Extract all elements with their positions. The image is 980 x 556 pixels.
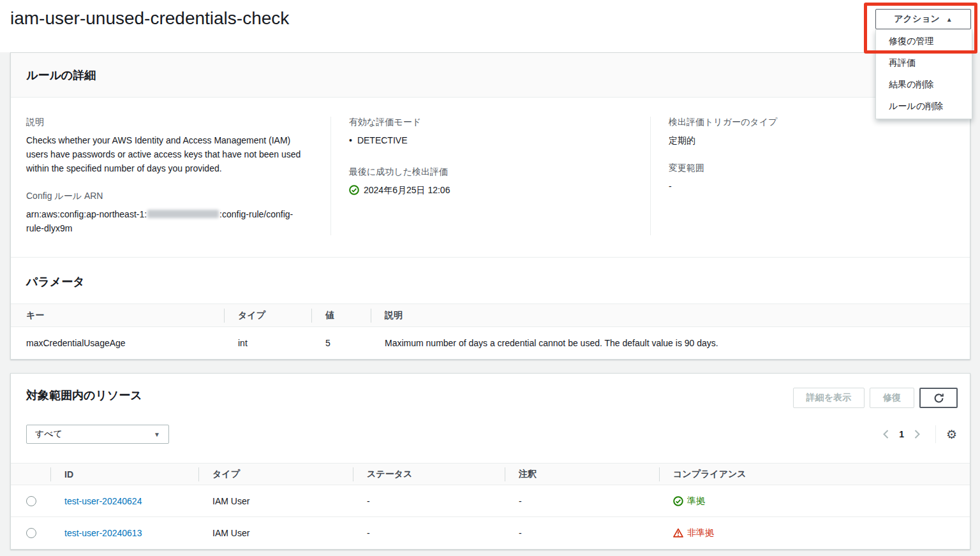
- caret-up-icon: ▲: [946, 16, 953, 23]
- pagination: 1 ⚙: [879, 425, 957, 443]
- next-page-button[interactable]: [910, 427, 924, 441]
- current-page-number[interactable]: 1: [899, 429, 904, 439]
- check-circle-icon: [349, 185, 359, 195]
- refresh-icon: [933, 393, 944, 404]
- filter-selected-value: すべて: [35, 428, 63, 440]
- actions-dropdown-menu: 修復の管理 再評価 結果の削除 ルールの削除: [875, 29, 972, 119]
- trigger-type-value: 定期的: [669, 133, 947, 147]
- actions-dropdown-button[interactable]: アクション ▲: [875, 9, 971, 29]
- parameters-section: パラメータ キー タイプ 値 説明 maxCredentialUsageAge …: [11, 257, 970, 359]
- resources-toolbar: すべて ▼ 1 ⚙: [11, 408, 970, 444]
- table-row: test-user-20240613 IAM User - - 非準拠: [11, 517, 970, 549]
- param-type: int: [224, 327, 311, 359]
- resource-status: -: [353, 517, 505, 549]
- resources-panel: 対象範囲内のリソース 詳細を表示 修復 すべて ▼ 1 ⚙: [10, 373, 970, 550]
- change-scope-label: 変更範囲: [669, 163, 947, 174]
- redacted-account-id: [147, 210, 219, 218]
- change-scope-value: -: [669, 179, 947, 193]
- parameters-title: パラメータ: [26, 274, 970, 289]
- menu-item-delete-results[interactable]: 結果の削除: [876, 74, 972, 96]
- res-header-annotation: 注釈: [505, 464, 659, 485]
- param-key: maxCredentialUsageAge: [11, 327, 224, 359]
- parameter-row: maxCredentialUsageAge int 5 Maximum numb…: [11, 327, 970, 359]
- resource-status: -: [353, 485, 505, 517]
- res-header-id: ID: [50, 464, 198, 485]
- compliance-status-badge: 準拠: [673, 495, 970, 507]
- refresh-button[interactable]: [919, 388, 958, 408]
- resource-id-link[interactable]: test-user-20240624: [64, 496, 142, 506]
- res-header-compliance: コンプライアンス: [659, 464, 970, 485]
- select-column-header: [11, 464, 50, 485]
- description-label: 説明: [26, 117, 308, 128]
- resources-header-row: ID タイプ ステータス 注釈 コンプライアンス: [11, 464, 970, 485]
- parameters-table: キー タイプ 値 説明 maxCredentialUsageAge int 5 …: [11, 304, 970, 359]
- pagination-divider: [935, 425, 936, 443]
- compliance-status-badge: 非準拠: [673, 527, 970, 539]
- rule-details-title: ルールの詳細: [26, 68, 96, 83]
- param-header-type: タイプ: [224, 304, 311, 327]
- caret-down-icon: ▼: [154, 431, 160, 438]
- settings-gear-icon[interactable]: ⚙: [946, 428, 957, 441]
- rule-details-header: ルールの詳細: [11, 53, 970, 98]
- menu-item-manage-remediation[interactable]: 修復の管理: [876, 31, 972, 52]
- resource-type: IAM User: [198, 485, 353, 517]
- row-select-radio[interactable]: [26, 496, 36, 506]
- rule-details-col-3: 検出評価トリガーのタイプ 定期的 変更範囲 -: [650, 117, 970, 235]
- resources-actions: 詳細を表示 修復: [793, 388, 958, 408]
- check-circle-icon: [673, 496, 683, 506]
- arn-value: arn:aws:config:ap-northeast-1::config-ru…: [26, 207, 304, 235]
- compliance-filter-dropdown[interactable]: すべて ▼: [26, 425, 169, 444]
- param-header-description: 説明: [371, 304, 970, 327]
- menu-item-delete-rule[interactable]: ルールの削除: [876, 96, 972, 117]
- rule-details-col-1: 説明 Checks whether your AWS Identity and …: [11, 117, 330, 235]
- param-header-value: 値: [311, 304, 371, 327]
- page-title: iam-user-unused-credentials-check: [10, 8, 289, 29]
- resources-title: 対象範囲内のリソース: [26, 388, 142, 403]
- param-value: 5: [311, 327, 371, 359]
- show-details-button[interactable]: 詳細を表示: [793, 388, 865, 408]
- last-eval-value: 2024年6月25日 12:06: [349, 183, 627, 197]
- last-eval-label: 最後に成功した検出評価: [349, 166, 627, 178]
- rule-details-panel: ルールの詳細 説明 Checks whether your AWS Identi…: [10, 52, 970, 360]
- eval-mode-label: 有効な評価モード: [349, 117, 627, 128]
- res-header-type: タイプ: [198, 464, 353, 485]
- menu-item-reevaluate[interactable]: 再評価: [876, 52, 972, 74]
- resource-annotation: -: [505, 517, 659, 549]
- resource-annotation: -: [505, 485, 659, 517]
- resource-type: IAM User: [198, 517, 353, 549]
- arn-prefix: arn:aws:config:ap-northeast-1:: [26, 209, 147, 219]
- table-row: test-user-20240624 IAM User - - 準拠: [11, 485, 970, 517]
- param-description: Maximum number of days a credential cann…: [371, 327, 970, 359]
- parameters-header-row: キー タイプ 値 説明: [11, 304, 970, 327]
- bullet-icon: •: [349, 135, 352, 145]
- resources-header: 対象範囲内のリソース 詳細を表示 修復: [11, 374, 970, 408]
- row-select-radio[interactable]: [26, 528, 36, 538]
- eval-mode-value: •DETECTIVE: [349, 133, 627, 147]
- resource-id-link[interactable]: test-user-20240613: [64, 528, 142, 538]
- rule-details-col-2: 有効な評価モード •DETECTIVE 最後に成功した検出評価 2024年6月2…: [330, 117, 650, 235]
- warning-triangle-icon: [673, 528, 683, 538]
- res-header-status: ステータス: [353, 464, 505, 485]
- description-text: Checks whether your AWS Identity and Acc…: [26, 133, 308, 175]
- rule-details-body: 説明 Checks whether your AWS Identity and …: [11, 98, 970, 257]
- remediate-button[interactable]: 修復: [870, 388, 914, 408]
- resources-table: ID タイプ ステータス 注釈 コンプライアンス test-user-20240…: [11, 463, 970, 549]
- previous-page-button[interactable]: [879, 427, 893, 441]
- arn-label: Config ルール ARN: [26, 191, 308, 202]
- param-header-key: キー: [11, 304, 224, 327]
